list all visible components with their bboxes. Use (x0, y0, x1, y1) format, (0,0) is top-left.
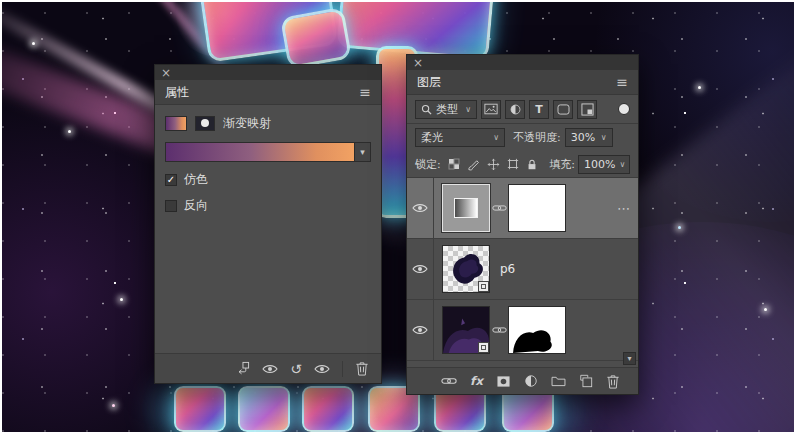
close-icon[interactable]: × (161, 67, 171, 79)
star-glint (112, 404, 115, 407)
star-glint (120, 298, 123, 301)
gradient-editor-bar[interactable]: ▾ (165, 142, 371, 162)
blend-mode-row: 柔光 ∨ 不透明度: 30% ∨ (407, 124, 638, 151)
properties-footer: ↺ (155, 353, 381, 383)
filter-toggle[interactable] (618, 103, 630, 115)
star-glint (764, 308, 767, 311)
lock-row: 锁定: 填充: 100% ∨ (407, 151, 638, 177)
background-artwork (2, 2, 794, 432)
opacity-label: 不透明度: (513, 130, 561, 145)
lock-pixels-brush-icon[interactable] (465, 156, 482, 173)
layers-panel: × 图层 ≡ 类型 ∨ T (406, 54, 639, 395)
neon-tile (302, 386, 354, 432)
lock-label: 锁定: (415, 157, 441, 172)
gradient-map-icon (454, 198, 478, 218)
delete-trash-icon[interactable] (606, 374, 620, 389)
layer-thumbnail[interactable] (442, 184, 490, 232)
layers-footer: fx (407, 367, 638, 394)
layer-row-masked-pixel[interactable] (407, 300, 638, 361)
chevron-down-icon: ∨ (601, 133, 607, 142)
filter-adjustment-layers-icon[interactable] (505, 100, 525, 119)
chevron-down-icon: ∨ (465, 105, 471, 114)
gradient-preview[interactable] (166, 143, 354, 161)
tab-layers[interactable]: 图层 (417, 74, 441, 91)
link-layers-icon[interactable] (441, 376, 457, 386)
clip-to-layer-icon[interactable] (235, 361, 250, 376)
tab-properties[interactable]: 属性 (165, 84, 189, 101)
filter-shape-layers-icon[interactable] (553, 100, 573, 119)
lock-all-icon[interactable] (524, 156, 541, 173)
filter-type-layers-icon[interactable]: T (529, 100, 549, 119)
layer-style-fx-icon[interactable]: fx (470, 374, 483, 388)
filter-kind-select[interactable]: 类型 ∨ (415, 100, 477, 119)
view-previous-state-icon[interactable] (262, 363, 278, 375)
visibility-eye-icon[interactable] (407, 239, 434, 299)
adjustment-title: 渐变映射 (223, 115, 271, 132)
layer-list: ⋯ p6 (407, 177, 638, 367)
gradient-dropdown-arrow[interactable]: ▾ (354, 143, 370, 161)
divider (342, 361, 343, 377)
panel-menu-icon[interactable]: ≡ (616, 75, 628, 89)
star-glint (678, 226, 681, 229)
layer-name[interactable]: p6 (500, 262, 515, 276)
add-mask-icon[interactable] (496, 375, 511, 388)
filter-pixel-layers-icon[interactable] (481, 100, 501, 119)
layer-thumbnail[interactable] (442, 245, 490, 293)
layers-tab-bar: 图层 ≡ (407, 70, 638, 95)
blend-mode-select[interactable]: 柔光 ∨ (415, 128, 505, 147)
screenshot-root: × 属性 ≡ 渐变映射 ▾ ✓ 仿色 反向 (0, 0, 796, 434)
badge-glyph (481, 345, 486, 350)
layer-row-p6[interactable]: p6 (407, 239, 638, 300)
chevron-down-icon: ∨ (493, 133, 499, 142)
new-adjustment-layer-icon[interactable] (524, 374, 538, 388)
opacity-select[interactable]: 30% ∨ (565, 128, 613, 147)
properties-tab-bar: 属性 ≡ (155, 80, 381, 105)
new-group-folder-icon[interactable] (551, 375, 566, 387)
neon-tile (238, 386, 290, 432)
scrollbar-down-arrow[interactable]: ▾ (623, 352, 636, 365)
dither-checkbox-row[interactable]: ✓ 仿色 (165, 171, 371, 188)
layer-filter-row: 类型 ∨ T (407, 95, 638, 124)
reverse-checkbox-row[interactable]: 反向 (165, 197, 371, 214)
lock-transparency-icon[interactable] (446, 156, 463, 173)
layer-thumbnail[interactable] (442, 306, 490, 354)
mask-link-icon[interactable] (490, 203, 508, 213)
mask-thumbnail-icon (195, 116, 215, 131)
fill-value: 100% (584, 158, 615, 171)
opacity-value: 30% (571, 131, 595, 144)
badge-glyph (481, 284, 486, 289)
chevron-down-icon: ∨ (619, 160, 625, 169)
smart-object-badge-icon (478, 342, 489, 353)
layer-mask-thumbnail[interactable] (508, 184, 566, 232)
properties-titlebar: × (155, 65, 381, 80)
neon-tile (174, 386, 226, 432)
visibility-eye-icon[interactable] (407, 178, 434, 238)
delete-trash-icon[interactable] (355, 361, 369, 376)
reverse-label: 反向 (184, 197, 208, 214)
star-glint (32, 42, 35, 45)
panel-menu-icon[interactable]: ≡ (359, 85, 371, 99)
neon-shape (280, 7, 352, 69)
mask-link-icon[interactable] (490, 325, 508, 335)
star-glint (698, 86, 701, 89)
filter-smart-objects-icon[interactable] (577, 100, 597, 119)
adjustment-header: 渐变映射 (165, 113, 371, 133)
visibility-eye-icon[interactable] (407, 300, 434, 360)
lock-position-icon[interactable] (485, 156, 502, 173)
layer-row-gradient-map[interactable]: ⋯ (407, 178, 638, 239)
dither-checkbox[interactable]: ✓ (165, 174, 177, 186)
layer-mask-thumbnail[interactable] (508, 306, 566, 354)
overflow-dots[interactable]: ⋯ (617, 201, 631, 216)
fill-select[interactable]: 100% ∨ (578, 155, 630, 174)
gradient-map-thumbnail (165, 116, 187, 131)
lock-artboard-icon[interactable] (504, 156, 521, 173)
filter-kind-label: 类型 (436, 102, 458, 117)
reset-icon[interactable]: ↺ (290, 361, 302, 377)
search-icon (421, 104, 432, 115)
properties-body: 渐变映射 ▾ ✓ 仿色 反向 (155, 105, 381, 353)
close-icon[interactable]: × (413, 57, 423, 69)
star-glint (68, 130, 71, 133)
new-layer-icon[interactable] (579, 374, 593, 388)
reverse-checkbox[interactable] (165, 200, 177, 212)
visibility-eye-icon[interactable] (314, 363, 330, 375)
